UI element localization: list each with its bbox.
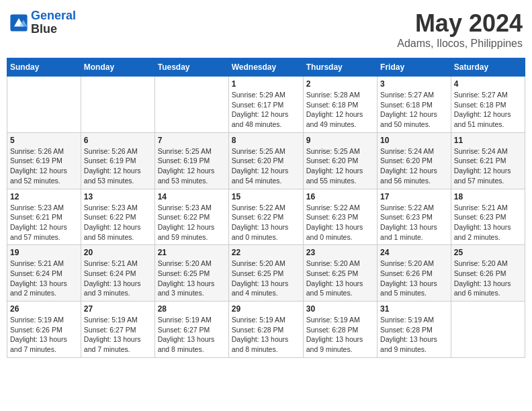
- day-info: Sunrise: 5:24 AMSunset: 6:20 PMDaylight:…: [380, 146, 448, 186]
- weekday-header: Wednesday: [228, 58, 303, 77]
- day-cell: 30Sunrise: 5:19 AMSunset: 6:28 PMDayligh…: [303, 302, 377, 358]
- day-info: Sunrise: 5:19 AMSunset: 6:26 PMDaylight:…: [10, 315, 78, 355]
- header: General Blue May 2024 Adams, Ilocos, Phi…: [7, 7, 525, 52]
- day-cell: [7, 77, 81, 133]
- day-number: 31: [380, 304, 448, 314]
- day-info: Sunrise: 5:26 AMSunset: 6:19 PMDaylight:…: [10, 146, 78, 186]
- day-info: Sunrise: 5:19 AMSunset: 6:28 PMDaylight:…: [306, 315, 374, 355]
- day-number: 2: [306, 79, 374, 89]
- day-info: Sunrise: 5:24 AMSunset: 6:21 PMDaylight:…: [454, 146, 522, 186]
- weekday-header: Sunday: [7, 58, 81, 77]
- day-cell: 7Sunrise: 5:25 AMSunset: 6:19 PMDaylight…: [154, 132, 228, 189]
- day-number: 12: [10, 192, 78, 201]
- day-info: Sunrise: 5:19 AMSunset: 6:27 PMDaylight:…: [158, 315, 226, 355]
- day-info: Sunrise: 5:19 AMSunset: 6:28 PMDaylight:…: [380, 315, 448, 355]
- day-info: Sunrise: 5:21 AMSunset: 6:23 PMDaylight:…: [454, 203, 522, 242]
- day-cell: 14Sunrise: 5:23 AMSunset: 6:22 PMDayligh…: [154, 189, 228, 245]
- day-cell: 3Sunrise: 5:27 AMSunset: 6:18 PMDaylight…: [378, 77, 451, 133]
- day-cell: 16Sunrise: 5:22 AMSunset: 6:23 PMDayligh…: [303, 189, 377, 245]
- week-row: 26Sunrise: 5:19 AMSunset: 6:26 PMDayligh…: [7, 302, 525, 358]
- day-cell: 25Sunrise: 5:20 AMSunset: 6:26 PMDayligh…: [451, 245, 525, 302]
- day-info: Sunrise: 5:23 AMSunset: 6:22 PMDaylight:…: [158, 203, 226, 242]
- day-cell: 31Sunrise: 5:19 AMSunset: 6:28 PMDayligh…: [378, 302, 451, 358]
- day-number: 26: [10, 304, 78, 314]
- day-cell: 10Sunrise: 5:24 AMSunset: 6:20 PMDayligh…: [378, 132, 451, 189]
- logo-text: General Blue: [31, 9, 76, 36]
- day-cell: 18Sunrise: 5:21 AMSunset: 6:23 PMDayligh…: [451, 189, 525, 245]
- day-number: 19: [10, 248, 78, 257]
- day-info: Sunrise: 5:26 AMSunset: 6:19 PMDaylight:…: [84, 146, 152, 186]
- location-title: Adams, Ilocos, Philippines: [397, 38, 523, 50]
- week-row: 19Sunrise: 5:21 AMSunset: 6:24 PMDayligh…: [7, 245, 525, 302]
- day-number: 1: [232, 79, 300, 89]
- day-number: 22: [232, 248, 300, 257]
- day-cell: [451, 302, 525, 358]
- day-info: Sunrise: 5:21 AMSunset: 6:24 PMDaylight:…: [84, 259, 152, 298]
- day-cell: 11Sunrise: 5:24 AMSunset: 6:21 PMDayligh…: [451, 132, 525, 189]
- week-row: 1Sunrise: 5:29 AMSunset: 6:17 PMDaylight…: [7, 77, 525, 133]
- day-cell: 12Sunrise: 5:23 AMSunset: 6:21 PMDayligh…: [7, 189, 81, 245]
- day-cell: 8Sunrise: 5:25 AMSunset: 6:20 PMDaylight…: [228, 132, 303, 189]
- day-info: Sunrise: 5:20 AMSunset: 6:26 PMDaylight:…: [380, 259, 448, 298]
- day-cell: 23Sunrise: 5:20 AMSunset: 6:25 PMDayligh…: [303, 245, 377, 302]
- day-number: 30: [306, 304, 374, 314]
- day-cell: 26Sunrise: 5:19 AMSunset: 6:26 PMDayligh…: [7, 302, 81, 358]
- week-row: 12Sunrise: 5:23 AMSunset: 6:21 PMDayligh…: [7, 189, 525, 245]
- day-number: 18: [454, 192, 522, 201]
- day-cell: 15Sunrise: 5:22 AMSunset: 6:22 PMDayligh…: [228, 189, 303, 245]
- title-area: May 2024 Adams, Ilocos, Philippines: [397, 9, 523, 50]
- logo-icon: [9, 13, 28, 32]
- day-number: 4: [454, 79, 522, 89]
- day-cell: 13Sunrise: 5:23 AMSunset: 6:22 PMDayligh…: [81, 189, 154, 245]
- day-info: Sunrise: 5:23 AMSunset: 6:21 PMDaylight:…: [10, 203, 78, 242]
- day-info: Sunrise: 5:19 AMSunset: 6:27 PMDaylight:…: [84, 315, 152, 355]
- day-number: 29: [232, 304, 300, 314]
- day-number: 20: [84, 248, 152, 257]
- day-cell: 19Sunrise: 5:21 AMSunset: 6:24 PMDayligh…: [7, 245, 81, 302]
- day-info: Sunrise: 5:28 AMSunset: 6:18 PMDaylight:…: [306, 90, 374, 130]
- day-number: 24: [380, 248, 448, 257]
- logo: General Blue: [9, 9, 76, 36]
- day-cell: 6Sunrise: 5:26 AMSunset: 6:19 PMDaylight…: [81, 132, 154, 189]
- day-number: 23: [306, 248, 374, 257]
- day-info: Sunrise: 5:23 AMSunset: 6:22 PMDaylight:…: [84, 203, 152, 242]
- weekday-header: Friday: [378, 58, 451, 77]
- weekday-header: Monday: [81, 58, 154, 77]
- day-info: Sunrise: 5:27 AMSunset: 6:18 PMDaylight:…: [380, 90, 448, 130]
- calendar-header: SundayMondayTuesdayWednesdayThursdayFrid…: [7, 58, 525, 77]
- day-cell: 5Sunrise: 5:26 AMSunset: 6:19 PMDaylight…: [7, 132, 81, 189]
- day-number: 27: [84, 304, 152, 314]
- day-number: 21: [158, 248, 226, 257]
- logo-line1: General: [31, 9, 76, 22]
- day-cell: 9Sunrise: 5:25 AMSunset: 6:20 PMDaylight…: [303, 132, 377, 189]
- day-info: Sunrise: 5:25 AMSunset: 6:19 PMDaylight:…: [158, 146, 226, 186]
- day-info: Sunrise: 5:27 AMSunset: 6:18 PMDaylight:…: [454, 90, 522, 130]
- day-number: 17: [380, 192, 448, 201]
- day-cell: 29Sunrise: 5:19 AMSunset: 6:28 PMDayligh…: [228, 302, 303, 358]
- day-cell: 20Sunrise: 5:21 AMSunset: 6:24 PMDayligh…: [81, 245, 154, 302]
- day-info: Sunrise: 5:29 AMSunset: 6:17 PMDaylight:…: [232, 90, 300, 130]
- weekday-row: SundayMondayTuesdayWednesdayThursdayFrid…: [7, 58, 525, 77]
- weekday-header: Saturday: [451, 58, 525, 77]
- day-number: 10: [380, 136, 448, 145]
- day-cell: 24Sunrise: 5:20 AMSunset: 6:26 PMDayligh…: [378, 245, 451, 302]
- logo-line2: Blue: [31, 23, 76, 36]
- day-cell: 4Sunrise: 5:27 AMSunset: 6:18 PMDaylight…: [451, 77, 525, 133]
- day-cell: 27Sunrise: 5:19 AMSunset: 6:27 PMDayligh…: [81, 302, 154, 358]
- day-number: 15: [232, 192, 300, 201]
- weekday-header: Tuesday: [154, 58, 228, 77]
- day-cell: [81, 77, 154, 133]
- day-number: 13: [84, 192, 152, 201]
- day-cell: 22Sunrise: 5:20 AMSunset: 6:25 PMDayligh…: [228, 245, 303, 302]
- week-row: 5Sunrise: 5:26 AMSunset: 6:19 PMDaylight…: [7, 132, 525, 189]
- day-number: 14: [158, 192, 226, 201]
- day-info: Sunrise: 5:20 AMSunset: 6:25 PMDaylight:…: [306, 259, 374, 298]
- day-number: 25: [454, 248, 522, 257]
- day-info: Sunrise: 5:22 AMSunset: 6:23 PMDaylight:…: [380, 203, 448, 242]
- day-cell: 28Sunrise: 5:19 AMSunset: 6:27 PMDayligh…: [154, 302, 228, 358]
- day-info: Sunrise: 5:25 AMSunset: 6:20 PMDaylight:…: [232, 146, 300, 186]
- day-cell: 1Sunrise: 5:29 AMSunset: 6:17 PMDaylight…: [228, 77, 303, 133]
- weekday-header: Thursday: [303, 58, 377, 77]
- calendar-body: 1Sunrise: 5:29 AMSunset: 6:17 PMDaylight…: [7, 77, 525, 358]
- day-cell: 17Sunrise: 5:22 AMSunset: 6:23 PMDayligh…: [378, 189, 451, 245]
